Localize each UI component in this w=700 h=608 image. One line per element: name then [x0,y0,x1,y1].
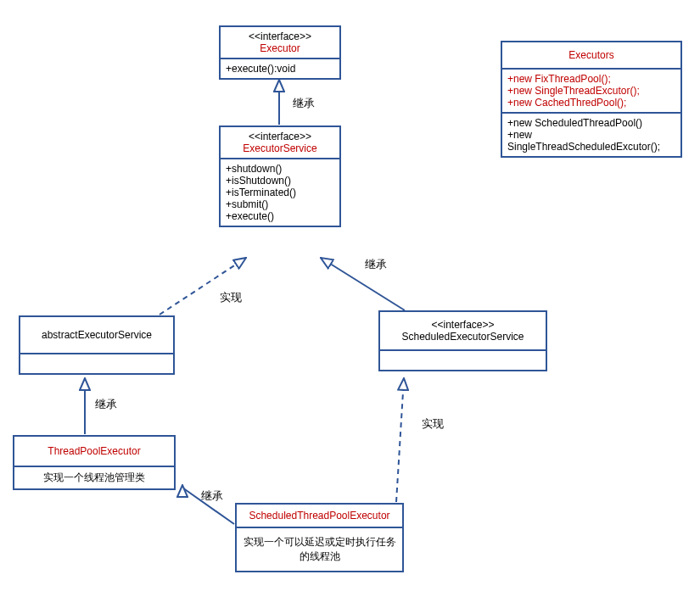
method: +new SingleThreadExcutor(); [507,85,675,97]
label-inherit: 继承 [293,96,315,111]
class-scheduled-thread-pool-executor: ScheduledThreadPoolExecutor 实现一个可以延迟或定时执… [235,503,404,572]
stereotype: <<interface>> [385,319,540,331]
svg-line-2 [321,258,405,310]
uml-canvas: <<interface>> Executor +execute():void <… [0,0,700,608]
class-executors: Executors +new FixThreadPool(); +new Sin… [501,41,682,158]
methods: +shutdown() +isShutdown() +isTerminated(… [221,159,339,226]
class-name: ExecutorService [226,142,334,154]
method: +new CachedThredPool(); [507,97,675,109]
class-header: <<interface>> ScheduledExecutorService [380,312,546,351]
svg-line-1 [160,258,246,315]
method: +execute() [226,210,334,222]
method: SingleThreadScheduledExcutor(); [507,141,675,153]
label-inherit: 继承 [365,257,387,272]
class-name: ThreadPoolExecutor [14,437,174,467]
method: +new FixThreadPool(); [507,73,675,85]
label-inherit: 继承 [95,397,117,412]
stereotype: <<interface>> [226,131,334,142]
class-scheduled-executor-service: <<interface>> ScheduledExecutorService [378,310,547,371]
method: +execute():void [221,59,339,78]
class-name: Executor [226,42,334,54]
class-desc: 实现一个可以延迟或定时执行任务的线程池 [237,528,402,571]
method: +isShutdown() [226,175,334,187]
methods-black: +new ScheduledThreadPool() +new SingleTh… [502,114,680,156]
method: +isTerminated() [226,187,334,198]
stereotype: <<interface>> [226,31,334,42]
class-thread-pool-executor: ThreadPoolExecutor 实现一个线程池管理类 [13,435,176,490]
class-header: <<interface>> Executor [221,27,339,59]
label-realize: 实现 [422,416,444,432]
method: +shutdown() [226,163,334,175]
method: +new [507,129,675,141]
empty-compartment [380,351,546,370]
class-name: Executors [502,42,680,70]
class-name: ScheduledExecutorService [385,331,540,343]
method: +submit() [226,198,334,210]
method: +new ScheduledThreadPool() [507,117,675,129]
methods-red: +new FixThreadPool(); +new SingleThreadE… [502,70,680,114]
class-executor: <<interface>> Executor +execute():void [219,25,341,80]
label-inherit: 继承 [201,488,223,504]
class-name: abstractExecutorService [20,317,173,354]
class-name: ScheduledThreadPoolExecutor [237,505,402,528]
svg-line-4 [396,378,404,502]
label-realize: 实现 [220,290,242,305]
class-desc: 实现一个线程池管理类 [14,467,174,488]
class-header: <<interface>> ExecutorService [221,127,339,159]
empty-compartment [20,354,173,373]
class-executorservice: <<interface>> ExecutorService +shutdown(… [219,126,341,227]
class-abstract-executor-service: abstractExecutorService [19,315,175,375]
